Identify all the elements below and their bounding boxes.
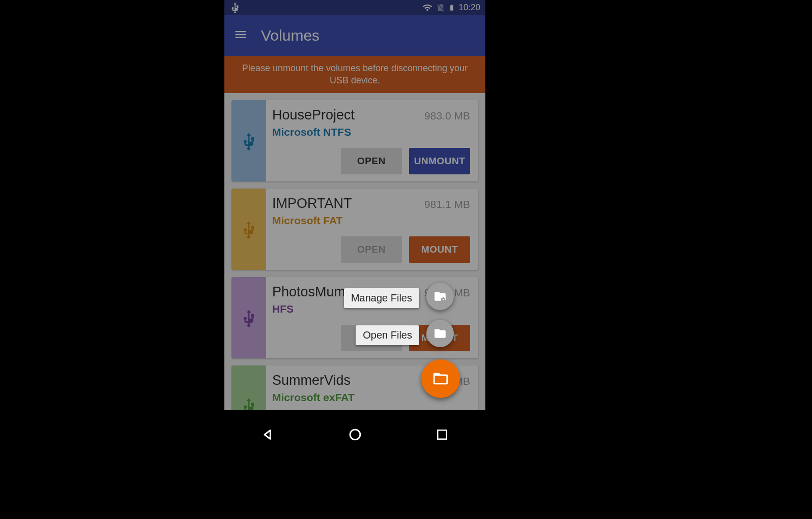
- back-button[interactable]: [253, 419, 283, 450]
- open-files-label[interactable]: Open Files: [356, 325, 419, 345]
- manage-files-label[interactable]: Manage Files: [344, 288, 419, 308]
- svg-rect-1: [438, 430, 447, 439]
- android-nav-bar: [224, 410, 485, 459]
- open-files-mini-fab[interactable]: [426, 320, 454, 347]
- main-fab[interactable]: [421, 359, 460, 398]
- recents-button[interactable]: [427, 419, 457, 450]
- home-button[interactable]: [340, 419, 370, 450]
- phone-screen: 10:20 Volumes Please unmount the volumes…: [224, 0, 485, 459]
- svg-point-0: [350, 430, 360, 440]
- manage-files-mini-fab[interactable]: [426, 283, 454, 310]
